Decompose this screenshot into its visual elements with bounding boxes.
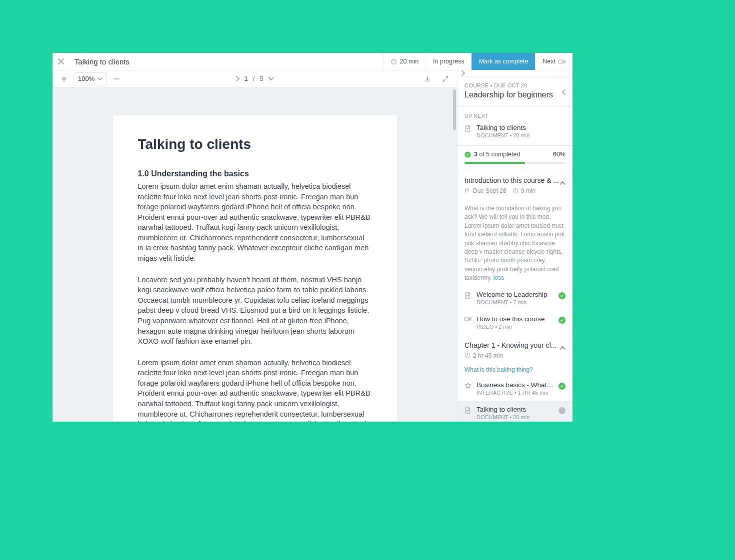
clock-icon — [512, 188, 518, 194]
close-button[interactable] — [52, 58, 70, 64]
topbar-left: Talking to clients — [52, 53, 383, 70]
content-list: Welcome to Leadership DOCUMENT • 7 min H… — [458, 286, 572, 335]
chevron-up-icon — [560, 181, 566, 185]
doc-toolbar-right — [421, 72, 452, 85]
content-title: How to use this course — [476, 315, 554, 323]
svg-rect-4 — [465, 317, 469, 321]
zoom-out-button[interactable] — [110, 72, 123, 85]
collapse-sidebar-button[interactable] — [462, 70, 465, 76]
progress-section: 3 of 5 completed 60% — [458, 146, 572, 170]
document-icon — [464, 406, 472, 414]
document-icon — [464, 124, 472, 132]
doc-paragraph: Lorem ipsum dolor amet enim shaman actua… — [138, 181, 372, 264]
course-header-text: COURSE • DUE OCT 28 Leadership for begin… — [464, 82, 562, 99]
section-due: Due Sept 28 — [464, 187, 506, 194]
content-text: How to use this course VIDEO • 2 min — [476, 315, 554, 330]
up-next-text: Talking to clients DOCUMENT • 20 min — [476, 124, 530, 138]
zoom-in-button[interactable] — [58, 72, 70, 85]
app-window: Talking to clients 20 min In progress Ma… — [52, 53, 572, 422]
zoom-value: 100% — [78, 75, 94, 82]
content-title: Business basics - What you... — [476, 381, 554, 389]
plus-icon — [61, 76, 67, 82]
section-head: Chapter 1 - Knowing your cl... 2 hr 45 m… — [464, 341, 566, 359]
section-head-text: Introduction to this course & ... Due Se… — [464, 176, 560, 194]
content-list: Business basics - What you... INTERACTIV… — [458, 376, 572, 422]
progress-row: 3 of 5 completed 60% — [464, 151, 566, 158]
svg-rect-1 — [559, 60, 563, 63]
document-page: Talking to clients 1.0 Understanding the… — [113, 115, 397, 422]
status-badge: In progress — [426, 53, 472, 70]
content-title: Talking to clients — [476, 406, 554, 413]
section-header[interactable]: Introduction to this course & ... Due Se… — [458, 170, 572, 199]
section-title: Chapter 1 - Knowing your cl... — [464, 341, 560, 349]
content-text: Welcome to Leadership DOCUMENT • 7 min — [476, 291, 554, 305]
close-icon — [58, 58, 64, 64]
course-header: COURSE • DUE OCT 28 Leadership for begin… — [458, 76, 572, 107]
content-item-active[interactable]: Talking to clients DOCUMENT • 20 min — [458, 401, 572, 422]
next-button[interactable]: Next — [535, 53, 572, 70]
fullscreen-button[interactable] — [439, 72, 452, 85]
content-meta: DOCUMENT • 7 min — [476, 299, 554, 305]
content-meta: VIDEO • 2 min — [476, 324, 554, 330]
chevron-right-icon — [236, 76, 239, 81]
content-text: Talking to clients DOCUMENT • 20 min — [476, 406, 554, 420]
content-item[interactable]: Business basics - What you... INTERACTIV… — [458, 376, 572, 401]
section-head-text: Chapter 1 - Knowing your cl... 2 hr 45 m… — [464, 341, 560, 359]
zoom-dropdown[interactable]: 100% — [74, 72, 107, 85]
progress-count: 3 of 5 completed — [474, 151, 520, 158]
section-time: 9 min — [512, 187, 536, 194]
next-page-button[interactable] — [268, 77, 274, 80]
page-current: 1 — [244, 75, 248, 82]
video-icon — [558, 59, 566, 64]
content-meta: DOCUMENT • 20 min — [476, 414, 554, 420]
up-next-item[interactable]: Talking to clients DOCUMENT • 20 min — [464, 124, 566, 138]
progress-bar — [464, 162, 566, 164]
chevron-up-icon — [560, 346, 566, 350]
document-title: Talking to clients — [70, 57, 130, 66]
download-button[interactable] — [421, 72, 434, 85]
section-meta: 2 hr 45 min — [464, 352, 560, 359]
main-pane: 100% 1 / 5 — [52, 70, 457, 422]
doc-subheading: 1.0 Understanding the basics — [138, 169, 372, 178]
page-total: 5 — [260, 75, 263, 82]
interactive-icon — [464, 381, 472, 389]
doc-heading: Talking to clients — [138, 136, 372, 152]
section-header[interactable]: Chapter 1 - Knowing your cl... 2 hr 45 m… — [458, 335, 572, 364]
status-current-icon — [558, 407, 566, 414]
course-back-button[interactable] — [562, 82, 566, 95]
mark-complete-button[interactable]: Mark as complete — [472, 53, 536, 70]
document-viewport[interactable]: Talking to clients 1.0 Understanding the… — [52, 87, 457, 422]
page-separator: / — [253, 75, 255, 82]
less-toggle[interactable]: less — [494, 274, 504, 281]
scrollbar-thumb[interactable] — [453, 89, 456, 130]
page-indicator: 1 / 5 — [236, 75, 274, 82]
duration-text: 20 min — [400, 58, 419, 65]
download-icon — [424, 75, 431, 82]
course-eyebrow: COURSE • DUE OCT 28 — [464, 82, 562, 88]
section-head: Introduction to this course & ... Due Se… — [464, 176, 566, 194]
course-title: Leadership for beginners — [464, 90, 562, 99]
progress-fill — [464, 162, 525, 164]
topbar: Talking to clients 20 min In progress Ma… — [52, 53, 572, 70]
content-text: Business basics - What you... INTERACTIV… — [476, 381, 554, 396]
content-item[interactable]: Welcome to Leadership DOCUMENT • 7 min — [458, 286, 572, 310]
content-item[interactable]: How to use this course VIDEO • 2 min — [458, 310, 572, 335]
mark-complete-label: Mark as complete — [479, 58, 528, 65]
up-next-label: UP NEXT — [464, 113, 566, 119]
status-done-icon — [558, 292, 566, 299]
up-next-meta: DOCUMENT • 20 min — [476, 132, 530, 138]
flag-icon — [464, 188, 470, 194]
section-meta: Due Sept 28 9 min — [464, 187, 560, 194]
duration-badge: 20 min — [383, 53, 426, 70]
whatis-link[interactable]: What is this baking thing? — [458, 364, 572, 376]
section-toggle[interactable] — [560, 341, 566, 350]
doc-paragraph: Locavore sed you probably haven't heard … — [138, 275, 372, 347]
chevron-left-icon — [562, 89, 566, 95]
status-done-icon — [558, 317, 566, 324]
prev-page-button[interactable] — [236, 76, 239, 81]
section-toggle[interactable] — [560, 176, 566, 185]
course-sidebar: COURSE • DUE OCT 28 Leadership for begin… — [457, 70, 572, 422]
chevron-down-icon — [268, 77, 274, 80]
progress-percent: 60% — [553, 151, 566, 158]
section-description: What is the foundation of baking you ask… — [458, 199, 572, 286]
